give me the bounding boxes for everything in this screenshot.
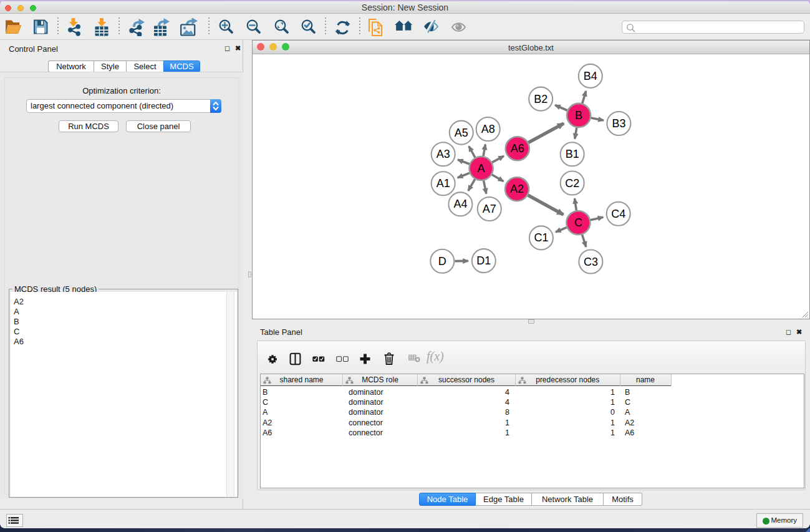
svg-text:A7: A7 (483, 203, 496, 215)
svg-text:C4: C4 (611, 208, 625, 220)
svg-text:A6: A6 (511, 142, 524, 155)
svg-text:C: C (574, 216, 582, 229)
svg-text:B4: B4 (584, 70, 597, 82)
svg-text:C2: C2 (565, 177, 579, 190)
svg-text:C3: C3 (584, 256, 598, 268)
svg-text:C1: C1 (534, 231, 548, 244)
svg-text:B3: B3 (612, 117, 625, 130)
svg-text:D1: D1 (476, 254, 491, 267)
svg-text:A5: A5 (455, 127, 468, 139)
svg-text:A8: A8 (481, 123, 495, 135)
svg-text:A1: A1 (436, 177, 450, 190)
svg-text:D: D (438, 255, 446, 268)
svg-text:A4: A4 (453, 198, 467, 210)
svg-text:B1: B1 (566, 148, 579, 160)
svg-text:A2: A2 (510, 183, 524, 195)
svg-text:A3: A3 (436, 148, 450, 160)
svg-text:B2: B2 (534, 93, 547, 105)
svg-text:A: A (478, 162, 485, 175)
svg-text:B: B (575, 109, 582, 122)
